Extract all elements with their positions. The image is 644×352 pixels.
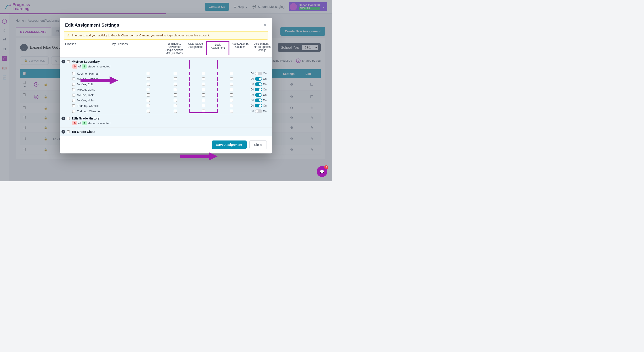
lock-checkbox[interactable]: [202, 72, 205, 75]
reset-checkbox[interactable]: [230, 88, 233, 91]
settings-columns-header: Classes My Classes Eliminate 1 Answer fo…: [60, 39, 272, 57]
student-name: McKee, Nolan: [77, 99, 95, 102]
student-row: Training, Camille Off On: [60, 103, 272, 108]
lock-checkbox[interactable]: [202, 109, 205, 112]
clear-checkbox[interactable]: [174, 88, 177, 91]
class-checkbox[interactable]: [67, 130, 70, 133]
eliminate-checkbox[interactable]: [147, 93, 150, 96]
toggle-off-label: Off: [250, 104, 254, 107]
student-row: McKee, Gayle Off On: [60, 87, 272, 92]
student-row: McKee, Nolan Off On: [60, 98, 272, 103]
tts-toggle[interactable]: [255, 99, 262, 102]
chat-badge: 2: [324, 165, 328, 169]
class-section: + 1st Grade Class: [60, 128, 272, 136]
annotation-arrow-2: [180, 152, 218, 161]
lock-checkbox[interactable]: [202, 77, 205, 80]
toggle-on-label: On: [263, 110, 266, 113]
edit-assignment-modal: Edit Assignment Settings ✕ ⚠ In order to…: [60, 18, 272, 154]
col-lock: Lock Assignment: [206, 41, 230, 55]
eliminate-checkbox[interactable]: [147, 77, 150, 80]
warning-text: In order to add your activity to Google …: [72, 34, 210, 37]
class-expander[interactable]: −: [62, 60, 65, 63]
reset-checkbox[interactable]: [230, 83, 233, 86]
student-row: McKee, Jack Off On: [60, 92, 272, 98]
class-checkbox[interactable]: [67, 60, 70, 63]
lock-checkbox[interactable]: [202, 88, 205, 91]
student-checkbox[interactable]: [72, 94, 75, 96]
tts-toggle[interactable]: [255, 72, 262, 75]
eliminate-checkbox[interactable]: [147, 88, 150, 91]
eliminate-checkbox[interactable]: [147, 99, 150, 102]
warning-banner: ⚠ In order to add your activity to Googl…: [64, 31, 268, 39]
toggle-off-label: Off: [250, 99, 254, 102]
student-count: 0 of 3 students selected: [72, 121, 134, 125]
toggle-on-label: On: [263, 88, 266, 91]
col-tts: Assignment Text To Speech Settings: [251, 42, 272, 55]
clear-checkbox[interactable]: [174, 72, 177, 75]
student-name: Training, Camille: [77, 104, 98, 107]
student-name: McKee, Jack: [77, 93, 94, 97]
student-checkbox[interactable]: [72, 72, 75, 75]
reset-checkbox[interactable]: [230, 99, 233, 102]
svg-marker-2: [180, 152, 218, 160]
close-modal-button[interactable]: Close: [249, 141, 267, 149]
student-name: Training, Chandler: [77, 110, 100, 113]
class-expander[interactable]: +: [62, 117, 65, 120]
lock-checkbox[interactable]: [202, 104, 205, 107]
clear-checkbox[interactable]: [174, 104, 177, 107]
clear-checkbox[interactable]: [174, 93, 177, 96]
reset-checkbox[interactable]: [230, 93, 233, 96]
toggle-on-label: On: [263, 93, 266, 96]
clear-checkbox[interactable]: [174, 99, 177, 102]
col-classes: Classes: [60, 42, 112, 55]
modal-close-x[interactable]: ✕: [263, 22, 267, 28]
class-checkbox[interactable]: [67, 117, 70, 120]
eliminate-checkbox[interactable]: [147, 110, 150, 113]
reset-checkbox[interactable]: [230, 72, 233, 75]
clear-checkbox[interactable]: [174, 110, 177, 113]
toggle-on-label: On: [263, 99, 266, 102]
student-checkbox[interactable]: [72, 110, 75, 113]
tts-toggle[interactable]: [255, 109, 262, 113]
lock-checkbox[interactable]: [202, 83, 205, 86]
student-checkbox[interactable]: [72, 104, 75, 107]
reset-checkbox[interactable]: [230, 77, 233, 80]
col-eliminate: Eliminate 1 Answer for Single-Answer MC …: [164, 42, 185, 55]
class-expander[interactable]: +: [62, 130, 65, 134]
eliminate-checkbox[interactable]: [147, 83, 150, 86]
student-checkbox[interactable]: [72, 99, 75, 102]
toggle-off-label: Off: [250, 83, 254, 86]
col-clear: Clear Saved Assignment: [185, 42, 206, 55]
tts-toggle[interactable]: [255, 104, 262, 107]
eliminate-checkbox[interactable]: [147, 104, 150, 107]
tts-toggle[interactable]: [255, 82, 262, 86]
toggle-off-label: Off: [250, 88, 254, 91]
toggle-off-label: Off: [250, 110, 254, 113]
tts-toggle[interactable]: [255, 93, 262, 97]
chat-bubble-icon: 💬: [320, 170, 324, 174]
chat-widget[interactable]: 💬 2: [317, 166, 327, 177]
class-header-row: + 11th Grade History 0 of 3 students sel…: [60, 114, 272, 128]
clear-checkbox[interactable]: [174, 77, 177, 80]
tts-toggle[interactable]: [255, 77, 262, 81]
save-assignment-button[interactable]: Save Assignment: [212, 141, 247, 149]
student-checkbox[interactable]: [72, 83, 75, 86]
reset-checkbox[interactable]: [230, 104, 233, 107]
student-row: Kushner, Hannah Off On: [60, 71, 272, 76]
lock-checkbox[interactable]: [202, 93, 205, 96]
reset-checkbox[interactable]: [230, 110, 233, 113]
eliminate-checkbox[interactable]: [147, 72, 150, 75]
col-reset: Reset Attempt Counter: [230, 42, 251, 55]
lock-checkbox[interactable]: [202, 99, 205, 102]
clear-checkbox[interactable]: [174, 83, 177, 86]
tts-toggle[interactable]: [255, 88, 262, 91]
student-name: McKee, Gayle: [77, 88, 95, 91]
toggle-on-label: On: [263, 77, 266, 80]
student-checkbox[interactable]: [72, 77, 75, 80]
class-section: + 11th Grade History 0 of 3 students sel…: [60, 114, 272, 128]
student-checkbox[interactable]: [72, 88, 75, 91]
student-name: Kushner, Hannah: [77, 72, 99, 75]
toggle-off-label: Off: [250, 77, 254, 80]
class-section: − *McKee Secondary 0 of 8 students selec…: [60, 57, 272, 114]
svg-marker-1: [80, 76, 118, 84]
